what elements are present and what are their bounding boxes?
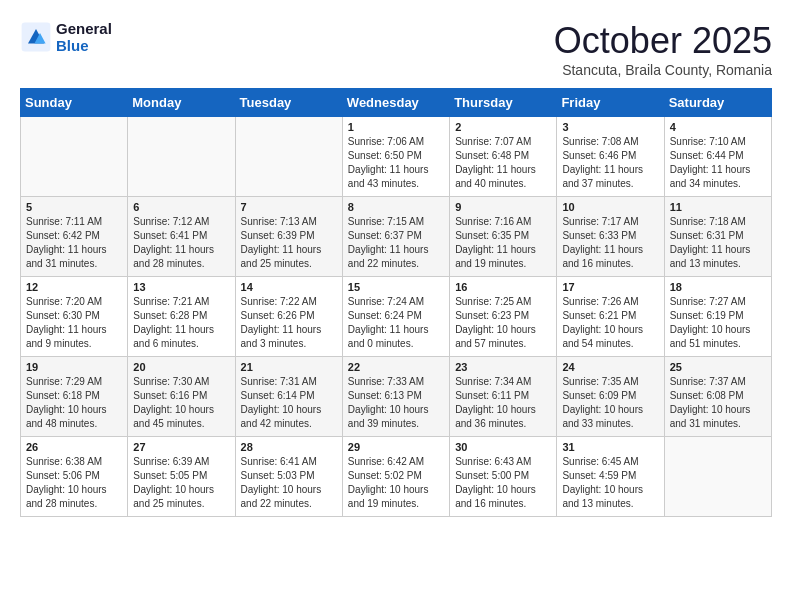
calendar-cell: 30Sunrise: 6:43 AM Sunset: 5:00 PM Dayli…	[450, 437, 557, 517]
calendar-cell: 24Sunrise: 7:35 AM Sunset: 6:09 PM Dayli…	[557, 357, 664, 437]
day-info: Sunrise: 7:25 AM Sunset: 6:23 PM Dayligh…	[455, 295, 551, 351]
calendar-cell: 9Sunrise: 7:16 AM Sunset: 6:35 PM Daylig…	[450, 197, 557, 277]
day-number: 2	[455, 121, 551, 133]
day-number: 14	[241, 281, 337, 293]
day-info: Sunrise: 6:45 AM Sunset: 4:59 PM Dayligh…	[562, 455, 658, 511]
day-number: 1	[348, 121, 444, 133]
day-info: Sunrise: 7:20 AM Sunset: 6:30 PM Dayligh…	[26, 295, 122, 351]
day-number: 10	[562, 201, 658, 213]
day-number: 7	[241, 201, 337, 213]
weekday-header-thursday: Thursday	[450, 89, 557, 117]
day-number: 26	[26, 441, 122, 453]
day-number: 22	[348, 361, 444, 373]
day-info: Sunrise: 7:18 AM Sunset: 6:31 PM Dayligh…	[670, 215, 766, 271]
day-info: Sunrise: 7:31 AM Sunset: 6:14 PM Dayligh…	[241, 375, 337, 431]
calendar-cell: 3Sunrise: 7:08 AM Sunset: 6:46 PM Daylig…	[557, 117, 664, 197]
calendar-cell: 10Sunrise: 7:17 AM Sunset: 6:33 PM Dayli…	[557, 197, 664, 277]
day-info: Sunrise: 7:37 AM Sunset: 6:08 PM Dayligh…	[670, 375, 766, 431]
weekday-header-row: SundayMondayTuesdayWednesdayThursdayFrid…	[21, 89, 772, 117]
calendar-week-row: 26Sunrise: 6:38 AM Sunset: 5:06 PM Dayli…	[21, 437, 772, 517]
day-info: Sunrise: 6:38 AM Sunset: 5:06 PM Dayligh…	[26, 455, 122, 511]
calendar-week-row: 19Sunrise: 7:29 AM Sunset: 6:18 PM Dayli…	[21, 357, 772, 437]
logo-icon	[20, 21, 52, 53]
calendar-cell: 2Sunrise: 7:07 AM Sunset: 6:48 PM Daylig…	[450, 117, 557, 197]
day-number: 16	[455, 281, 551, 293]
calendar-cell	[235, 117, 342, 197]
calendar-cell	[128, 117, 235, 197]
calendar-cell: 23Sunrise: 7:34 AM Sunset: 6:11 PM Dayli…	[450, 357, 557, 437]
day-info: Sunrise: 7:07 AM Sunset: 6:48 PM Dayligh…	[455, 135, 551, 191]
calendar-week-row: 5Sunrise: 7:11 AM Sunset: 6:42 PM Daylig…	[21, 197, 772, 277]
day-number: 21	[241, 361, 337, 373]
calendar-cell: 1Sunrise: 7:06 AM Sunset: 6:50 PM Daylig…	[342, 117, 449, 197]
weekday-header-tuesday: Tuesday	[235, 89, 342, 117]
calendar-cell: 22Sunrise: 7:33 AM Sunset: 6:13 PM Dayli…	[342, 357, 449, 437]
day-number: 20	[133, 361, 229, 373]
day-number: 12	[26, 281, 122, 293]
calendar-cell: 18Sunrise: 7:27 AM Sunset: 6:19 PM Dayli…	[664, 277, 771, 357]
weekday-header-sunday: Sunday	[21, 89, 128, 117]
day-number: 30	[455, 441, 551, 453]
calendar-header: General Blue October 2025 Stancuta, Brai…	[20, 20, 772, 78]
calendar-cell: 8Sunrise: 7:15 AM Sunset: 6:37 PM Daylig…	[342, 197, 449, 277]
calendar-cell: 26Sunrise: 6:38 AM Sunset: 5:06 PM Dayli…	[21, 437, 128, 517]
day-info: Sunrise: 7:21 AM Sunset: 6:28 PM Dayligh…	[133, 295, 229, 351]
day-number: 3	[562, 121, 658, 133]
day-number: 28	[241, 441, 337, 453]
day-info: Sunrise: 7:30 AM Sunset: 6:16 PM Dayligh…	[133, 375, 229, 431]
day-number: 17	[562, 281, 658, 293]
day-info: Sunrise: 6:41 AM Sunset: 5:03 PM Dayligh…	[241, 455, 337, 511]
day-number: 9	[455, 201, 551, 213]
calendar-cell: 21Sunrise: 7:31 AM Sunset: 6:14 PM Dayli…	[235, 357, 342, 437]
calendar-cell: 11Sunrise: 7:18 AM Sunset: 6:31 PM Dayli…	[664, 197, 771, 277]
day-info: Sunrise: 7:11 AM Sunset: 6:42 PM Dayligh…	[26, 215, 122, 271]
day-info: Sunrise: 7:13 AM Sunset: 6:39 PM Dayligh…	[241, 215, 337, 271]
weekday-header-monday: Monday	[128, 89, 235, 117]
calendar-cell: 5Sunrise: 7:11 AM Sunset: 6:42 PM Daylig…	[21, 197, 128, 277]
day-info: Sunrise: 7:16 AM Sunset: 6:35 PM Dayligh…	[455, 215, 551, 271]
day-number: 31	[562, 441, 658, 453]
weekday-header-wednesday: Wednesday	[342, 89, 449, 117]
calendar-week-row: 12Sunrise: 7:20 AM Sunset: 6:30 PM Dayli…	[21, 277, 772, 357]
calendar-cell: 27Sunrise: 6:39 AM Sunset: 5:05 PM Dayli…	[128, 437, 235, 517]
day-info: Sunrise: 7:15 AM Sunset: 6:37 PM Dayligh…	[348, 215, 444, 271]
day-number: 23	[455, 361, 551, 373]
weekday-header-saturday: Saturday	[664, 89, 771, 117]
day-info: Sunrise: 7:34 AM Sunset: 6:11 PM Dayligh…	[455, 375, 551, 431]
calendar-cell: 29Sunrise: 6:42 AM Sunset: 5:02 PM Dayli…	[342, 437, 449, 517]
calendar-title: October 2025	[554, 20, 772, 62]
day-number: 27	[133, 441, 229, 453]
day-number: 5	[26, 201, 122, 213]
calendar-cell: 13Sunrise: 7:21 AM Sunset: 6:28 PM Dayli…	[128, 277, 235, 357]
calendar-cell: 19Sunrise: 7:29 AM Sunset: 6:18 PM Dayli…	[21, 357, 128, 437]
day-info: Sunrise: 7:27 AM Sunset: 6:19 PM Dayligh…	[670, 295, 766, 351]
day-info: Sunrise: 6:42 AM Sunset: 5:02 PM Dayligh…	[348, 455, 444, 511]
day-number: 19	[26, 361, 122, 373]
calendar-cell: 12Sunrise: 7:20 AM Sunset: 6:30 PM Dayli…	[21, 277, 128, 357]
calendar-cell: 4Sunrise: 7:10 AM Sunset: 6:44 PM Daylig…	[664, 117, 771, 197]
day-info: Sunrise: 7:29 AM Sunset: 6:18 PM Dayligh…	[26, 375, 122, 431]
day-info: Sunrise: 7:06 AM Sunset: 6:50 PM Dayligh…	[348, 135, 444, 191]
logo: General Blue	[20, 20, 112, 54]
day-number: 15	[348, 281, 444, 293]
day-number: 6	[133, 201, 229, 213]
day-number: 13	[133, 281, 229, 293]
day-number: 8	[348, 201, 444, 213]
day-info: Sunrise: 7:24 AM Sunset: 6:24 PM Dayligh…	[348, 295, 444, 351]
logo-text: General Blue	[56, 20, 112, 54]
calendar-cell: 25Sunrise: 7:37 AM Sunset: 6:08 PM Dayli…	[664, 357, 771, 437]
day-info: Sunrise: 7:33 AM Sunset: 6:13 PM Dayligh…	[348, 375, 444, 431]
day-info: Sunrise: 7:26 AM Sunset: 6:21 PM Dayligh…	[562, 295, 658, 351]
day-number: 25	[670, 361, 766, 373]
day-info: Sunrise: 7:35 AM Sunset: 6:09 PM Dayligh…	[562, 375, 658, 431]
calendar-cell: 14Sunrise: 7:22 AM Sunset: 6:26 PM Dayli…	[235, 277, 342, 357]
calendar-cell: 15Sunrise: 7:24 AM Sunset: 6:24 PM Dayli…	[342, 277, 449, 357]
calendar-week-row: 1Sunrise: 7:06 AM Sunset: 6:50 PM Daylig…	[21, 117, 772, 197]
day-number: 24	[562, 361, 658, 373]
calendar-cell: 31Sunrise: 6:45 AM Sunset: 4:59 PM Dayli…	[557, 437, 664, 517]
calendar-cell: 28Sunrise: 6:41 AM Sunset: 5:03 PM Dayli…	[235, 437, 342, 517]
calendar-cell	[664, 437, 771, 517]
day-info: Sunrise: 7:17 AM Sunset: 6:33 PM Dayligh…	[562, 215, 658, 271]
day-number: 11	[670, 201, 766, 213]
calendar-cell: 7Sunrise: 7:13 AM Sunset: 6:39 PM Daylig…	[235, 197, 342, 277]
